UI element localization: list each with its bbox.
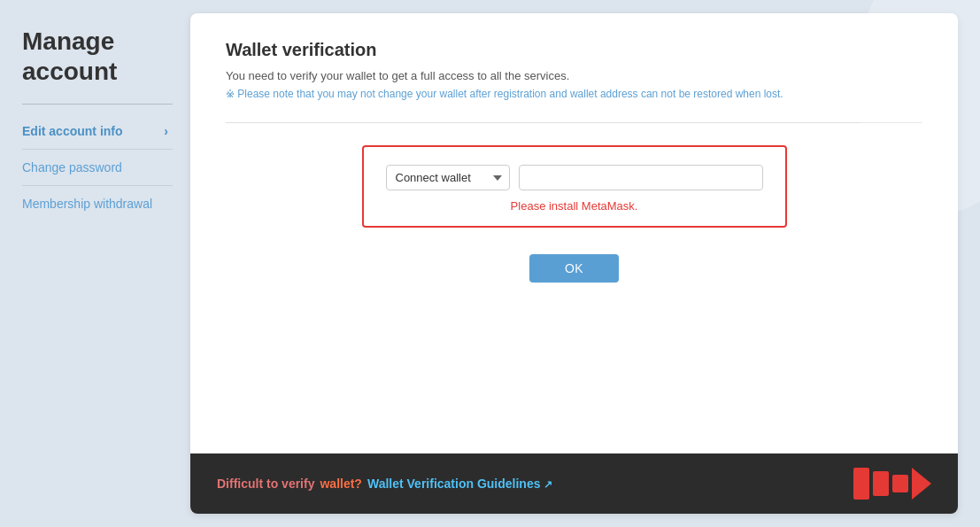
ok-button[interactable]: OK xyxy=(529,254,619,283)
sidebar-nav: Edit account info › Change password Memb… xyxy=(22,113,173,221)
sidebar-item-label: Membership withdrawal xyxy=(22,197,152,211)
logo-bar-1 xyxy=(853,468,869,500)
banner-guidelines-link[interactable]: Wallet Verification Guidelines ↗ xyxy=(367,477,552,491)
wallet-address-input[interactable] xyxy=(519,165,763,190)
wallet-input-row: Connect wallet MetaMask WalletConnect xyxy=(386,165,763,190)
banner-text-area: Difficult to verify wallet? Wallet Verif… xyxy=(217,477,552,491)
wallet-verification-box: Connect wallet MetaMask WalletConnect Pl… xyxy=(362,145,787,228)
banner-wallet-text: wallet? xyxy=(320,477,361,491)
brand-logo xyxy=(853,468,931,500)
connect-wallet-select[interactable]: Connect wallet MetaMask WalletConnect xyxy=(386,165,510,190)
main-content: Wallet verification You need to verify y… xyxy=(190,13,958,514)
page-description: You need to verify your wallet to get a … xyxy=(226,69,922,82)
sidebar: Manage account Edit account info › Chang… xyxy=(0,0,190,527)
logo-arrow xyxy=(912,468,931,500)
install-metamask-message: Please install MetaMask. xyxy=(386,199,763,213)
sidebar-item-label: Edit account info xyxy=(22,124,123,138)
external-link-icon: ↗ xyxy=(544,478,552,491)
ok-button-row: OK xyxy=(226,254,922,283)
page-title: Wallet verification xyxy=(226,40,922,60)
banner-difficult-text: Difficult to verify xyxy=(217,477,314,491)
content-area: Wallet verification You need to verify y… xyxy=(190,13,958,453)
sidebar-item-edit-account-info[interactable]: Edit account info › xyxy=(22,113,173,150)
section-divider xyxy=(226,122,922,123)
bottom-banner: Difficult to verify wallet? Wallet Verif… xyxy=(190,453,958,514)
sidebar-item-membership-withdrawal[interactable]: Membership withdrawal xyxy=(22,186,173,221)
sidebar-divider xyxy=(22,104,173,105)
logo-bar-2 xyxy=(873,471,889,496)
sidebar-item-change-password[interactable]: Change password xyxy=(22,150,173,186)
sidebar-title: Manage account xyxy=(22,27,173,86)
sidebar-item-label: Change password xyxy=(22,160,122,174)
page-warning: ※ Please note that you may not change yo… xyxy=(226,88,922,100)
logo-bar-3 xyxy=(892,475,908,492)
chevron-right-icon: › xyxy=(164,124,168,138)
